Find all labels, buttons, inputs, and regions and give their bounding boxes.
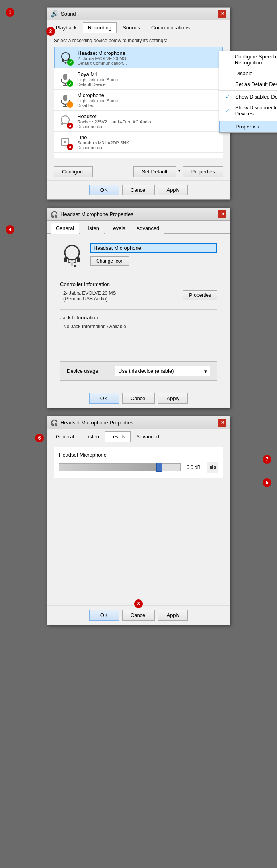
device-info-line: Line Saurabh's M31 A2DP SNK Disconnected — [77, 134, 220, 150]
tab-sounds[interactable]: Sounds — [117, 22, 145, 33]
context-menu-show-disconnected[interactable]: ✓ Show Disconnected Devices — [219, 102, 277, 119]
device-header-row: Change Icon — [54, 238, 223, 273]
properties-button[interactable]: Properties — [183, 166, 223, 177]
tab-general[interactable]: General — [51, 223, 79, 234]
tab-communications[interactable]: Communications — [146, 22, 195, 33]
device-info-headset-mic: Headset Microphone 2- Jabra EVOLVE 20 MS… — [78, 50, 219, 66]
device-icon-headset-mic: ✓ — [58, 50, 74, 66]
levels-tab-listen[interactable]: Listen — [80, 431, 104, 442]
levels-apply-button[interactable]: Apply — [158, 610, 188, 621]
annotation-4: 4 — [6, 225, 14, 234]
device-icon-boya: ✓ — [57, 71, 73, 87]
recording-content: Select a recording device below to modif… — [47, 33, 230, 163]
volume-slider-fill — [59, 464, 162, 471]
annotation-1: 1 — [6, 8, 14, 17]
prop-cancel-button[interactable]: Cancel — [122, 393, 155, 404]
levels-close-button[interactable]: ✕ — [218, 419, 226, 427]
device-list: ✓ Headset Microphone 2- Jabra EVOLVE 20 … — [54, 47, 223, 158]
annotation-8: 8 — [134, 599, 143, 608]
prop-dialog-titlebar: 🎧 Headset Microphone Properties ✕ — [47, 208, 230, 221]
speaker-icon — [209, 463, 217, 471]
line-name: Line — [77, 134, 220, 140]
volume-slider-track[interactable] — [59, 463, 181, 471]
controller-properties-button[interactable]: Properties — [183, 290, 217, 300]
levels-dialog-buttons: OK Cancel Apply — [47, 605, 230, 625]
large-headset-icon — [60, 243, 84, 267]
context-menu-set-default[interactable]: Set as Default Device — [219, 79, 277, 90]
levels-dialog-title: Headset Microphone Properties — [60, 420, 133, 426]
volume-thumb[interactable] — [156, 463, 162, 472]
context-menu-show-disabled[interactable]: ✓ Show Disabled Devices — [219, 91, 277, 102]
prop-close-button[interactable]: ✕ — [218, 210, 226, 218]
levels-tab-bar: General Listen Levels Advanced — [47, 429, 230, 442]
context-menu-configure[interactable]: Configure Speech Recognition — [219, 51, 277, 68]
device-usage-select-wrapper: Use this device (enable) — [115, 366, 210, 376]
annotation-2: 2 — [46, 27, 55, 36]
levels-mic-icon-title: 🎧 — [51, 419, 58, 426]
levels-device-box: Headset Microphone +6.0 dB — [54, 447, 223, 478]
tab-levels[interactable]: Levels — [105, 223, 131, 234]
tab-advanced[interactable]: Advanced — [131, 223, 165, 234]
boya-desc: High Definition Audio — [77, 77, 220, 82]
volume-icon-button[interactable] — [207, 462, 218, 473]
prop-ok-button[interactable]: OK — [89, 393, 119, 404]
device-status-label: Default Communication... — [78, 61, 219, 66]
svg-rect-9 — [63, 95, 67, 101]
device-usage-row: Device usage: Use this device (enable) — [60, 361, 217, 381]
svg-rect-13 — [61, 122, 63, 125]
prop-dialog-buttons: OK Cancel Apply — [47, 389, 230, 408]
tab-listen[interactable]: Listen — [80, 223, 104, 234]
sound-icon: 🔊 — [51, 10, 59, 18]
annotation-7: 7 — [263, 455, 271, 464]
context-menu-properties[interactable]: Properties 3 — [219, 121, 277, 132]
section-divider-2 — [60, 309, 217, 310]
levels-ok-button[interactable]: OK — [89, 610, 119, 621]
device-name-input[interactable] — [90, 243, 217, 253]
status-dot-line: ✕ — [67, 144, 73, 150]
device-item-microphone[interactable]: ↓ Microphone High Definition Audio Disab… — [54, 90, 223, 111]
context-menu-disable[interactable]: Disable — [219, 68, 277, 79]
levels-tab-levels[interactable]: Levels — [105, 431, 131, 442]
apply-button[interactable]: Apply — [158, 185, 188, 195]
headset-status: Disconnected — [77, 124, 220, 129]
prop-tab-bar: General Listen Levels Advanced — [47, 221, 230, 234]
set-default-button[interactable]: Set Default — [133, 166, 176, 177]
status-dot-green: ✓ — [67, 59, 74, 66]
levels-cancel-button[interactable]: Cancel — [122, 610, 155, 621]
general-content: Change Icon Controller Information 2- Ja… — [47, 234, 230, 389]
svg-rect-6 — [63, 74, 67, 80]
device-usage-select[interactable]: Use this device (enable) — [115, 366, 210, 376]
svg-rect-20 — [77, 257, 80, 262]
context-menu-separator — [219, 90, 277, 91]
change-icon-button[interactable]: Change Icon — [90, 256, 129, 266]
device-name-section: Change Icon — [90, 243, 217, 266]
section-divider-1 — [60, 276, 217, 276]
device-item-line[interactable]: ✕ Line Saurabh's M31 A2DP SNK Disconnect… — [54, 132, 223, 153]
annotation-5: 5 — [263, 478, 271, 487]
device-list-label: Select a recording device below to modif… — [54, 38, 223, 43]
mic-desc: High Definition Audio — [77, 98, 220, 103]
ok-button[interactable]: OK — [89, 185, 119, 195]
empty-content-area — [47, 486, 230, 605]
volume-value: +6.0 dB — [184, 465, 204, 470]
tab-playback[interactable]: Playback — [51, 22, 82, 33]
status-dot-headset: ✕ — [67, 123, 73, 129]
headset-mic-icon-title: 🎧 — [51, 211, 58, 218]
cancel-button[interactable]: Cancel — [122, 185, 155, 195]
device-item-headset-mic[interactable]: ✓ Headset Microphone 2- Jabra EVOLVE 20 … — [54, 47, 223, 68]
close-button[interactable]: ✕ — [218, 10, 226, 18]
spacer-area — [54, 334, 223, 358]
prop-apply-button[interactable]: Apply — [158, 393, 188, 404]
device-item-headset[interactable]: ✕ Headset Rockerz 235V2 Hands-Free AG Au… — [54, 111, 223, 132]
device-info-headset: Headset Rockerz 235V2 Hands-Free AG Audi… — [77, 113, 220, 129]
prop-dialog-title: Headset Microphone Properties — [60, 211, 133, 217]
tab-recording[interactable]: Recording — [83, 22, 117, 33]
device-item-boya[interactable]: ✓ Boya M1 High Definition Audio Default … — [54, 68, 223, 90]
levels-tab-advanced[interactable]: Advanced — [131, 431, 165, 442]
levels-device-name: Headset Microphone — [59, 452, 218, 458]
levels-tab-general[interactable]: General — [51, 431, 79, 442]
svg-point-23 — [74, 265, 76, 267]
configure-button[interactable]: Configure — [54, 166, 93, 177]
device-icon-headset-disc: ✕ — [57, 113, 73, 129]
svg-point-17 — [64, 141, 66, 143]
